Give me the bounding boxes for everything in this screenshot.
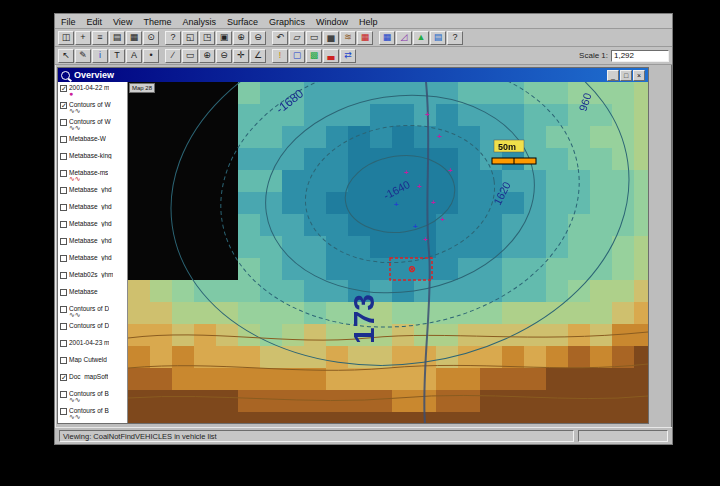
- legend-checkbox[interactable]: [60, 255, 67, 262]
- identify-tool-button[interactable]: i: [92, 49, 108, 63]
- legend-item[interactable]: Metabase_yhd: [59, 202, 127, 219]
- legend-label: Metabase-W: [69, 135, 106, 142]
- draw-line-tool-button[interactable]: ∕: [165, 49, 181, 63]
- find-button[interactable]: ⊙: [143, 31, 159, 45]
- histogram-button[interactable]: ▅: [323, 31, 339, 45]
- zoom-out-button[interactable]: ⊖: [250, 31, 266, 45]
- theme-properties-button[interactable]: ≡: [92, 31, 108, 45]
- swap-tool-button[interactable]: ⇄: [340, 49, 356, 63]
- legend-item[interactable]: Metabase_yhd: [59, 185, 127, 202]
- legend-checkbox[interactable]: ✓: [60, 85, 67, 92]
- draw-rect-tool-button[interactable]: ▭: [182, 49, 198, 63]
- zoom-out-tool-button[interactable]: ⊖: [216, 49, 232, 63]
- legend-item[interactable]: ✓2001-04-22 m●: [59, 83, 127, 100]
- label-tool-button[interactable]: T: [109, 49, 125, 63]
- legend-checkbox[interactable]: [60, 136, 67, 143]
- menu-edit[interactable]: Edit: [87, 17, 103, 27]
- zoom-previous-button[interactable]: ↶: [272, 31, 288, 45]
- grid-analysis-red-button[interactable]: ▦: [357, 31, 373, 45]
- legend-item[interactable]: Contours of B∿∿: [59, 406, 127, 423]
- pointer-tool-button[interactable]: ↖: [58, 49, 74, 63]
- vertex-edit-tool-button[interactable]: ✎: [75, 49, 91, 63]
- legend-item[interactable]: Metabase-W: [59, 134, 127, 151]
- legend-checkbox[interactable]: [60, 391, 67, 398]
- legend-item[interactable]: Metab02s_yhm: [59, 270, 127, 287]
- legend-item[interactable]: Metabase-king: [59, 151, 127, 168]
- legend-item[interactable]: Metabase_yhd: [59, 236, 127, 253]
- menu-help[interactable]: Help: [359, 17, 378, 27]
- legend-item[interactable]: ✓Doc_mapSoft: [59, 372, 127, 389]
- save-button[interactable]: ◫: [58, 31, 74, 45]
- legend-checkbox[interactable]: [60, 408, 67, 415]
- open-table-button[interactable]: ▦: [126, 31, 142, 45]
- measure-tool-button[interactable]: ∠: [250, 49, 266, 63]
- legend-checkbox[interactable]: [60, 153, 67, 160]
- tin-tool-button[interactable]: ▲: [413, 31, 429, 45]
- contour-tool-button[interactable]: ≋: [340, 31, 356, 45]
- slope-tool-button[interactable]: ◿: [396, 31, 412, 45]
- legend-checkbox[interactable]: [60, 170, 67, 177]
- menu-surface[interactable]: Surface: [227, 17, 258, 27]
- query-builder-button[interactable]: ?: [165, 31, 181, 45]
- legend-item[interactable]: 2001-04-23 m: [59, 338, 127, 355]
- legend-item[interactable]: Contours of D: [59, 321, 127, 338]
- select-features-button[interactable]: ▱: [289, 31, 305, 45]
- legend-checkbox[interactable]: [60, 323, 67, 330]
- minimize-button[interactable]: _: [607, 70, 619, 81]
- legend-checkbox[interactable]: [60, 306, 67, 313]
- legend-item[interactable]: Contours of W∿∿: [59, 117, 127, 134]
- menu-analysis[interactable]: Analysis: [182, 17, 216, 27]
- map-area[interactable]: ++++++++++⊗50m-1680-16401620960173 Map 2…: [128, 82, 648, 423]
- legend-item[interactable]: Metabase_yhd: [59, 253, 127, 270]
- legend-checkbox[interactable]: [60, 221, 67, 228]
- legend-item[interactable]: Metabase_yhd: [59, 219, 127, 236]
- legend-item[interactable]: Map Cutweld: [59, 355, 127, 372]
- layers-tool-button[interactable]: ▤: [430, 31, 446, 45]
- grid-analysis-blue-button[interactable]: ▦: [379, 31, 395, 45]
- menu-graphics[interactable]: Graphics: [269, 17, 305, 27]
- selected-point-icon: ⊗: [408, 264, 416, 274]
- area-of-interest-tool-button[interactable]: ▩: [306, 49, 322, 63]
- legend-checkbox[interactable]: [60, 187, 67, 194]
- legend-checkbox[interactable]: [60, 272, 67, 279]
- help-button[interactable]: ?: [447, 31, 463, 45]
- legend-checkbox[interactable]: ✓: [60, 374, 67, 381]
- legend-item[interactable]: Contours of B∿∿: [59, 389, 127, 406]
- zoom-in-button[interactable]: ⊕: [233, 31, 249, 45]
- zoom-in-tool-button[interactable]: ⊕: [199, 49, 215, 63]
- maximize-button[interactable]: □: [620, 70, 632, 81]
- overview-title-bar[interactable]: Overview _ □ ×: [58, 68, 648, 82]
- legend-checkbox[interactable]: [60, 119, 67, 126]
- legend-checkbox[interactable]: [60, 204, 67, 211]
- scale-input[interactable]: 1,292: [611, 50, 669, 62]
- legend-checkbox[interactable]: [60, 289, 67, 296]
- legend-checkbox[interactable]: [60, 238, 67, 245]
- hotlink-tool-button[interactable]: !: [272, 49, 288, 63]
- draw-point-tool-button[interactable]: •: [143, 49, 159, 63]
- legend-label: Doc_mapSoft: [69, 373, 108, 380]
- zoom-active-theme-button[interactable]: ◳: [199, 31, 215, 45]
- close-button[interactable]: ×: [633, 70, 645, 81]
- legend-checkbox[interactable]: [60, 357, 67, 364]
- clear-selection-button[interactable]: ▭: [306, 31, 322, 45]
- track-line: [424, 82, 430, 423]
- map-tab[interactable]: Map 28: [129, 83, 155, 93]
- select-box-tool-button[interactable]: ▢: [289, 49, 305, 63]
- menu-file[interactable]: File: [61, 17, 76, 27]
- legend-item[interactable]: Metabase-ms∿∿: [59, 168, 127, 185]
- pan-tool-button[interactable]: ✛: [233, 49, 249, 63]
- menu-window[interactable]: Window: [316, 17, 348, 27]
- legend-item[interactable]: Metabase: [59, 287, 127, 304]
- zoom-full-extent-button[interactable]: ◱: [182, 31, 198, 45]
- zoom-selected-button[interactable]: ▣: [216, 31, 232, 45]
- text-tool-button[interactable]: A: [126, 49, 142, 63]
- add-theme-button[interactable]: +: [75, 31, 91, 45]
- menu-theme[interactable]: Theme: [143, 17, 171, 27]
- menu-view[interactable]: View: [113, 17, 132, 27]
- legend-checkbox[interactable]: ✓: [60, 102, 67, 109]
- histogram-tool-button[interactable]: ▃: [323, 49, 339, 63]
- legend-checkbox[interactable]: [60, 340, 67, 347]
- edit-legend-button[interactable]: ▤: [109, 31, 125, 45]
- legend-item[interactable]: Contours of D∿∿: [59, 304, 127, 321]
- legend-item[interactable]: ✓Contours of W∿∿: [59, 100, 127, 117]
